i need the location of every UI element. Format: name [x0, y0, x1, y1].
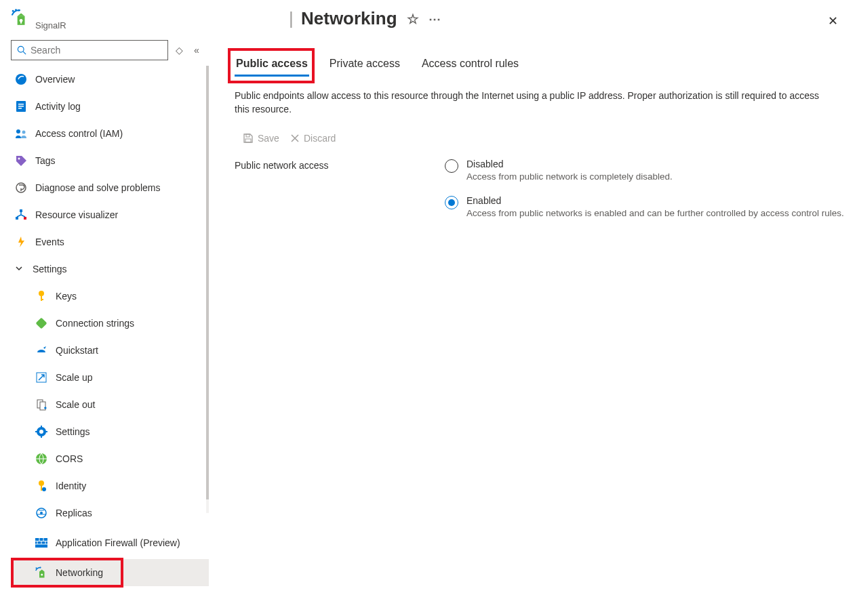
form-label: Public network access [235, 159, 445, 171]
svg-rect-25 [40, 402, 45, 410]
tab-access-control-rules[interactable]: Access control rules [420, 54, 520, 77]
networking-icon [35, 567, 47, 579]
sidebar-group-settings[interactable]: Settings [11, 255, 209, 283]
svg-point-35 [42, 487, 46, 491]
svg-rect-10 [18, 106, 24, 107]
sidebar-item-diagnose[interactable]: Diagnose and solve problems [11, 174, 209, 201]
radio-description: Access from public network is completely… [466, 171, 673, 184]
favorite-icon[interactable]: ☆ [407, 11, 419, 27]
sidebar-item-cors[interactable]: CORS [11, 445, 209, 472]
sidebar-item-replicas[interactable]: Replicas [11, 499, 209, 527]
sidebar-item-iam[interactable]: Access control (IAM) [11, 120, 209, 147]
sidebar-item-label: CORS [56, 453, 83, 464]
sidebar-item-scale-out[interactable]: Scale out [11, 391, 209, 418]
svg-point-48 [41, 574, 43, 576]
sidebar-item-scale-up[interactable]: Scale up [11, 364, 209, 391]
sidebar-item-activity-log[interactable]: Activity log [11, 93, 209, 120]
keys-icon [35, 290, 47, 302]
gear-icon [35, 426, 47, 438]
svg-rect-29 [41, 436, 42, 438]
svg-point-13 [22, 131, 26, 134]
sidebar-item-label: Scale out [56, 399, 95, 410]
svg-rect-21 [41, 299, 43, 300]
discard-button[interactable]: Discard [290, 133, 336, 144]
radio-option-disabled[interactable]: Disabled Access from public network is c… [445, 159, 844, 184]
radio-icon [445, 159, 458, 173]
sidebar-item-networking[interactable]: Networking [11, 559, 209, 586]
sidebar-item-label: Quickstart [56, 345, 98, 356]
sidebar-item-label: Scale up [56, 372, 92, 383]
svg-point-12 [16, 129, 20, 134]
sidebar-item-application-firewall[interactable]: Application Firewall (Preview) [11, 527, 209, 559]
sidebar-item-keys[interactable]: Keys [11, 283, 209, 310]
page-header: SignalR | Networking ☆ ⋯ ✕ [0, 0, 857, 36]
content-toolbar: Save Discard [235, 133, 857, 144]
tab-private-access[interactable]: Private access [328, 54, 401, 77]
resource-type-label: SignalR [35, 20, 66, 30]
radio-icon [445, 196, 458, 209]
identity-icon [35, 480, 47, 492]
sidebar-item-label: Networking [56, 567, 103, 578]
svg-rect-28 [41, 426, 42, 428]
sidebar-item-label: Overview [35, 74, 75, 85]
search-input[interactable] [31, 45, 162, 56]
svg-point-19 [39, 291, 44, 296]
tab-bar: Public access Private access Access cont… [235, 54, 857, 77]
sidebar-item-events[interactable]: Events [11, 228, 209, 255]
sidebar-item-label: Keys [56, 291, 77, 302]
sidebar: ◇ « Overview Activity log Access control… [0, 36, 209, 616]
sidebar-group-label: Settings [33, 264, 67, 274]
sidebar-item-settings[interactable]: Settings [11, 418, 209, 445]
sidebar-item-overview[interactable]: Overview [11, 66, 209, 93]
svg-point-37 [40, 512, 43, 514]
collapse-sidebar-icon[interactable]: « [190, 45, 203, 56]
svg-point-1 [15, 9, 17, 11]
page-title: | Networking ☆ ⋯ [289, 8, 441, 29]
tags-icon [15, 155, 27, 167]
more-icon[interactable]: ⋯ [428, 12, 441, 26]
radio-description: Access from public networks is enabled a… [466, 207, 844, 220]
radio-label: Enabled [466, 195, 844, 206]
sidebar-item-label: Application Firewall (Preview) [56, 537, 180, 549]
sidebar-item-identity[interactable]: Identity [11, 472, 209, 499]
svg-point-46 [36, 567, 37, 569]
svg-rect-34 [41, 485, 42, 491]
svg-point-5 [18, 46, 24, 52]
sidebar-item-label: Events [35, 237, 64, 247]
svg-point-2 [18, 9, 20, 12]
svg-point-14 [18, 158, 20, 160]
sidebar-item-connection-strings[interactable]: Connection strings [11, 310, 209, 337]
sidebar-item-label: Resource visualizer [35, 209, 118, 220]
events-icon [15, 236, 27, 248]
search-input-wrap[interactable] [11, 40, 168, 60]
sort-icon[interactable]: ◇ [172, 45, 186, 56]
svg-point-47 [40, 567, 41, 569]
save-button[interactable]: Save [243, 133, 279, 144]
sidebar-item-label: Identity [56, 480, 86, 491]
public-network-access-row: Public network access Disabled Access fr… [235, 159, 857, 221]
close-icon[interactable]: ✕ [828, 14, 838, 28]
sidebar-item-label: Tags [35, 155, 56, 166]
sidebar-item-label: Replicas [56, 508, 92, 518]
svg-rect-16 [20, 209, 22, 212]
firewall-icon [35, 537, 47, 549]
svg-point-0 [12, 10, 14, 12]
connection-strings-icon [35, 317, 47, 329]
sidebar-item-label: Access control (IAM) [35, 128, 123, 139]
sidebar-item-tags[interactable]: Tags [11, 147, 209, 174]
radio-option-enabled[interactable]: Enabled Access from public networks is e… [445, 195, 844, 220]
sidebar-item-quickstart[interactable]: Quickstart [11, 337, 209, 364]
visualizer-icon [15, 209, 27, 221]
tab-public-access[interactable]: Public access [235, 54, 309, 77]
scale-up-icon [35, 371, 47, 384]
activity-log-icon [15, 100, 27, 112]
sidebar-nav: Overview Activity log Access control (IA… [11, 66, 209, 616]
svg-rect-11 [18, 108, 22, 109]
quickstart-icon [35, 344, 47, 356]
sidebar-item-resource-visualizer[interactable]: Resource visualizer [11, 201, 209, 228]
signalr-resource-icon [11, 8, 30, 27]
search-icon [17, 45, 26, 55]
svg-point-33 [39, 480, 44, 486]
svg-rect-4 [20, 21, 22, 23]
svg-rect-50 [245, 139, 251, 142]
